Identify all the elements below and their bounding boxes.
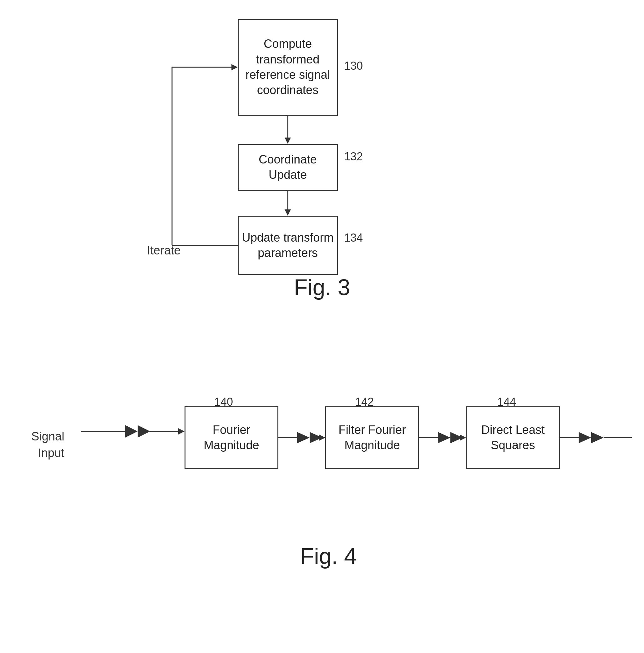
box-144-text: Direct Least Squares	[467, 422, 559, 453]
svg-marker-3	[284, 210, 291, 216]
svg-marker-21	[451, 432, 463, 443]
svg-marker-15	[297, 432, 309, 443]
box-144: Direct Least Squares	[466, 406, 560, 469]
box-134: Update transform parameters	[238, 216, 338, 275]
svg-marker-26	[591, 432, 604, 443]
fig4-caption: Fig. 4	[300, 543, 356, 569]
svg-marker-16	[309, 432, 322, 443]
box-142-text: Filter Fourier Magnitude	[326, 422, 418, 453]
page: Compute transformed reference signal coo…	[0, 0, 644, 653]
svg-marker-7	[231, 64, 238, 70]
svg-marker-23	[460, 435, 466, 441]
svg-marker-8	[125, 425, 138, 438]
iterate-label: Iterate	[147, 244, 181, 257]
ref-134: 134	[344, 231, 363, 244]
svg-marker-25	[579, 432, 591, 443]
signal-input-label: SignalInput	[31, 428, 64, 461]
svg-marker-14	[294, 431, 306, 438]
box-132-text: Coordinate Update	[239, 152, 337, 183]
fig4-container: SignalInput 140 142 144 Fourier Magnitud…	[19, 344, 638, 578]
box-134-text: Update transform parameters	[239, 230, 337, 261]
svg-marker-20	[438, 432, 451, 443]
svg-marker-9	[138, 425, 150, 438]
svg-marker-1	[284, 138, 291, 144]
ref-130: 130	[344, 59, 363, 73]
box-140: Fourier Magnitude	[185, 406, 278, 469]
svg-marker-12	[178, 428, 185, 435]
svg-marker-18	[319, 435, 325, 441]
fig3-caption: Fig. 3	[294, 274, 350, 300]
box-130: Compute transformed reference signal coo…	[238, 19, 338, 116]
fig3-container: Compute transformed reference signal coo…	[63, 13, 581, 310]
box-140-text: Fourier Magnitude	[185, 422, 277, 453]
box-130-text: Compute transformed reference signal coo…	[239, 36, 337, 98]
box-142: Filter Fourier Magnitude	[325, 406, 419, 469]
box-132: Coordinate Update	[238, 144, 338, 191]
ref-132: 132	[344, 150, 363, 163]
